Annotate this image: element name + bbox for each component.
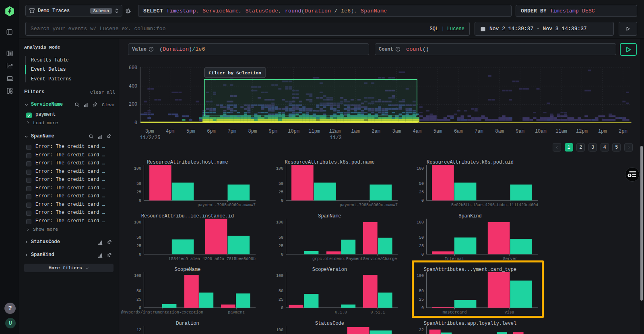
svg-text:50: 50 [136, 236, 141, 240]
svg-text:9pm: 9pm [269, 129, 278, 134]
svg-text:0.51.1: 0.51.1 [370, 310, 385, 315]
svg-text:payment-7985c8969c-mwmw7: payment-7985c8969c-mwmw7 [340, 203, 398, 207]
svg-text:grpc.oteldemo.PaymentService/C: grpc.oteldemo.PaymentService/Charge [312, 257, 397, 261]
svg-text:400: 400 [129, 84, 138, 89]
svg-text:ResourceAttributes.k8s.pod.nam: ResourceAttributes.k8s.pod.name [285, 160, 374, 165]
svg-text:100: 100 [417, 220, 424, 224]
svg-text:50: 50 [279, 289, 283, 293]
svg-text:StatusCode: StatusCode [315, 321, 344, 326]
svg-text:12pm: 12pm [576, 129, 588, 134]
svg-text:0: 0 [134, 120, 137, 126]
svg-text:25: 25 [279, 298, 283, 302]
svg-text:100: 100 [276, 166, 283, 171]
svg-text:100: 100 [134, 274, 141, 278]
svg-text:1pm: 1pm [598, 129, 607, 134]
svg-text:SpanName: SpanName [318, 213, 341, 219]
svg-text:25: 25 [136, 190, 141, 195]
svg-text:ResourceAttributes.host.name: ResourceAttributes.host.name [147, 160, 228, 165]
svg-text:0: 0 [139, 306, 141, 311]
svg-text:50: 50 [419, 236, 424, 240]
svg-text:0.1.0: 0.1.0 [335, 310, 347, 315]
svg-text:100: 100 [417, 166, 424, 171]
svg-text:7am: 7am [475, 129, 483, 134]
svg-text:5pm: 5pm [186, 129, 195, 134]
svg-text:6pm: 6pm [207, 129, 216, 134]
svg-text:50: 50 [136, 182, 141, 186]
svg-text:11am: 11am [555, 129, 567, 134]
svg-text:12: 12 [136, 328, 141, 332]
svg-text:32: 32 [419, 328, 424, 332]
svg-text:8pm: 8pm [248, 129, 257, 134]
svg-text:5am: 5am [433, 129, 442, 134]
svg-text:11/2/25: 11/2/25 [140, 135, 160, 141]
svg-text:3am: 3am [392, 129, 401, 134]
svg-text:0: 0 [421, 199, 424, 203]
svg-text:payment-7985c8969c-mwmw7: payment-7985c8969c-mwmw7 [198, 203, 256, 207]
svg-text:Duration: Duration [176, 321, 199, 326]
svg-text:100: 100 [134, 166, 141, 171]
svg-text:0: 0 [421, 252, 424, 257]
svg-text:4pm: 4pm [166, 129, 175, 134]
svg-text:25: 25 [279, 190, 283, 195]
svg-text:100: 100 [276, 220, 283, 224]
svg-text:25: 25 [136, 244, 141, 248]
svg-text:0: 0 [139, 252, 141, 257]
svg-text:600: 600 [129, 65, 138, 71]
svg-text:2am: 2am [372, 129, 380, 134]
svg-text:f5344ec9-a1ea-4290-a62a-78f5be: f5344ec9-a1ea-4290-a62a-78f5bee8d90b [169, 257, 256, 261]
svg-text:11/3: 11/3 [330, 135, 342, 141]
svg-text:0: 0 [281, 199, 283, 203]
svg-text:9am: 9am [516, 129, 524, 134]
svg-text:3pm: 3pm [145, 129, 154, 134]
svg-text:200: 200 [129, 102, 138, 107]
svg-text:@hyperdx/instrumentation-excep: @hyperdx/instrumentation-exception [121, 310, 203, 315]
svg-text:ScopeName: ScopeName [175, 267, 201, 273]
svg-text:25: 25 [136, 298, 141, 302]
svg-text:50: 50 [136, 289, 141, 293]
svg-text:12am: 12am [329, 129, 341, 134]
svg-text:ResourceAttribu..ice.instance.: ResourceAttribu..ice.instance.id [141, 213, 234, 219]
svg-text:100: 100 [276, 274, 283, 278]
svg-text:100: 100 [276, 328, 283, 332]
svg-text:25: 25 [419, 190, 424, 195]
svg-text:25: 25 [419, 244, 424, 248]
svg-text:0: 0 [281, 252, 283, 257]
svg-text:SpanKind: SpanKind [459, 213, 482, 219]
svg-text:100: 100 [134, 220, 141, 224]
svg-text:7pm: 7pm [227, 129, 236, 134]
svg-text:10pm: 10pm [288, 129, 299, 134]
svg-text:10am: 10am [535, 129, 547, 134]
svg-text:11pm: 11pm [308, 129, 320, 134]
svg-text:50: 50 [279, 236, 283, 240]
svg-text:1am: 1am [351, 129, 360, 134]
svg-text:8am: 8am [495, 129, 504, 134]
svg-text:4am: 4am [413, 129, 422, 134]
svg-text:6am: 6am [454, 129, 463, 134]
svg-text:0: 0 [281, 306, 283, 311]
svg-text:2pm: 2pm [619, 129, 627, 134]
svg-text:50: 50 [419, 182, 424, 186]
svg-text:Filter by Selection: Filter by Selection [208, 70, 261, 76]
svg-text:ScopeVersion: ScopeVersion [312, 267, 347, 273]
svg-text:ResourceAttributes.k8s.pod.uid: ResourceAttributes.k8s.pod.uid [427, 160, 514, 165]
svg-text:payment: payment [228, 310, 245, 315]
svg-text:5e02b5fb-13ae-4296-bbbc-111f42: 5e02b5fb-13ae-4296-bbbc-111f423c460d [451, 203, 538, 207]
svg-text:SpanAttributes.app.loyalty.lev: SpanAttributes.app.loyalty.level [424, 321, 516, 326]
svg-text:50: 50 [279, 182, 283, 186]
svg-text:0: 0 [139, 199, 141, 203]
svg-text:25: 25 [279, 244, 283, 248]
